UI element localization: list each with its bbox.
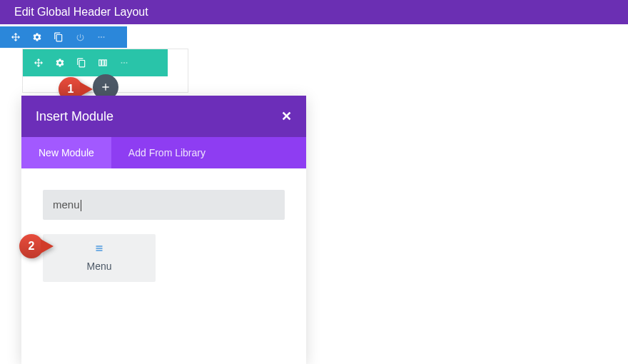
move-icon[interactable]	[10, 31, 21, 43]
more-icon[interactable]	[96, 31, 107, 43]
gear-icon[interactable]	[31, 31, 43, 43]
callout-marker-2: 2	[19, 234, 44, 258]
svg-point-2	[103, 36, 105, 38]
more-icon[interactable]	[118, 57, 130, 69]
svg-point-7	[123, 62, 125, 64]
menu-icon	[50, 244, 148, 255]
power-icon[interactable]	[74, 31, 86, 43]
svg-point-8	[126, 62, 128, 64]
tab-add-from-library[interactable]: Add From Library	[111, 137, 223, 168]
move-icon[interactable]	[33, 57, 44, 69]
section-toolbar	[0, 26, 127, 48]
svg-rect-3	[99, 60, 101, 66]
page-title: Edit Global Header Layout	[14, 6, 148, 18]
svg-rect-5	[105, 60, 106, 66]
gear-icon[interactable]	[54, 57, 66, 69]
svg-point-1	[101, 36, 102, 38]
module-label: Menu	[50, 261, 148, 272]
modal-tabs: New Module Add From Library	[21, 137, 306, 168]
insert-module-modal: Insert Module ✕ New Module Add From Libr…	[21, 96, 306, 364]
modal-title: Insert Module	[36, 109, 113, 124]
svg-rect-4	[102, 60, 104, 66]
modal-body: menu Menu	[21, 168, 306, 296]
svg-point-6	[121, 62, 123, 64]
duplicate-icon[interactable]	[76, 57, 87, 69]
svg-point-0	[98, 36, 100, 38]
module-menu[interactable]: Menu	[43, 234, 156, 282]
duplicate-icon[interactable]	[53, 31, 64, 43]
close-icon[interactable]: ✕	[281, 108, 292, 124]
page-title-bar: Edit Global Header Layout	[0, 0, 628, 24]
columns-icon[interactable]	[97, 57, 108, 69]
module-results: Menu	[43, 234, 285, 282]
modal-header: Insert Module ✕	[21, 96, 306, 137]
row-toolbar	[23, 49, 168, 76]
search-input[interactable]: menu	[43, 190, 285, 220]
tab-new-module[interactable]: New Module	[21, 137, 111, 168]
